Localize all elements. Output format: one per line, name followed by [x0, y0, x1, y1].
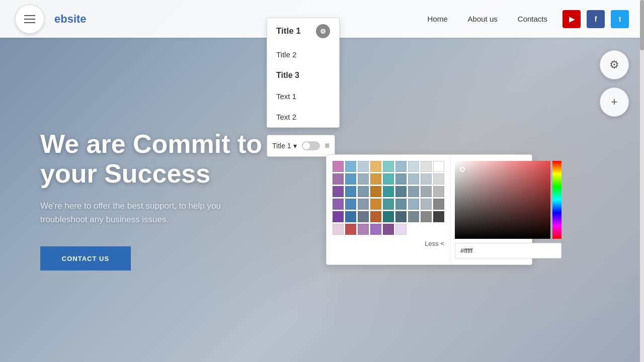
swatch-pink[interactable]: [333, 161, 344, 172]
hamburger-line-3: [24, 22, 35, 23]
dropdown-item-title1[interactable]: Title 1 ⚙: [267, 18, 339, 44]
swatch-purple2[interactable]: [333, 186, 344, 197]
swatch-dark-purple2[interactable]: [383, 224, 394, 235]
swatch-blue2[interactable]: [345, 173, 356, 185]
hex-color-input[interactable]: [455, 243, 561, 258]
swatch-charcoal[interactable]: [421, 211, 432, 222]
swatch-teal2[interactable]: [383, 173, 394, 185]
color-swatches-section: Less <: [327, 155, 451, 264]
site-title: ebsite: [54, 13, 87, 26]
swatch-teal3[interactable]: [383, 186, 394, 197]
swatch-grid: [333, 161, 444, 235]
swatch-lightgray[interactable]: [421, 161, 432, 172]
gradient-hue-section: [451, 155, 566, 264]
dropdown-menu: Title 1 ⚙ Title 2 Title 3 Text 1 Text 2: [267, 18, 340, 128]
dropdown-text2-label: Text 2: [276, 113, 296, 121]
swatch-teal[interactable]: [383, 161, 394, 172]
swatch-blue3[interactable]: [345, 186, 356, 197]
swatch-lavender[interactable]: [370, 224, 381, 235]
swatch-near-black[interactable]: [433, 211, 444, 222]
main-nav: Home About us Contacts: [428, 15, 547, 23]
color-panel: Less <: [326, 154, 532, 265]
nav-home[interactable]: Home: [428, 15, 448, 23]
add-button[interactable]: +: [600, 87, 629, 117]
hero-subtitle: We're here to offer the best support, to…: [40, 199, 262, 226]
color-main-section: Less <: [327, 155, 532, 264]
hamburger-line-2: [24, 19, 35, 20]
swatch-slate[interactable]: [395, 173, 407, 185]
selected-style-label: Title 1: [272, 142, 291, 150]
hex-input-wrapper: [455, 239, 561, 258]
swatch-dark-brown[interactable]: [370, 211, 381, 222]
toggle-knob: [303, 142, 310, 149]
swatch-darkest-teal[interactable]: [383, 211, 394, 222]
align-icon[interactable]: ≡: [325, 141, 330, 150]
swatch-slate2[interactable]: [395, 186, 407, 197]
swatch-amber[interactable]: [370, 173, 381, 185]
dropdown-title1-label: Title 1: [276, 26, 301, 36]
swatch-gray4[interactable]: [421, 199, 432, 210]
swatch-white[interactable]: [433, 161, 444, 172]
nav-about[interactable]: About us: [468, 15, 498, 23]
swatch-red[interactable]: [345, 224, 356, 235]
swatch-dark-teal[interactable]: [383, 199, 394, 210]
swatch-pale[interactable]: [408, 161, 419, 172]
hamburger-line-1: [24, 15, 35, 16]
toggle-switch[interactable]: [302, 141, 320, 150]
less-button[interactable]: Less <: [333, 237, 444, 247]
twitter-icon[interactable]: t: [611, 10, 629, 28]
title1-gear-icon[interactable]: ⚙: [316, 24, 330, 38]
swatch-gold[interactable]: [370, 186, 381, 197]
settings-button[interactable]: ⚙: [600, 50, 629, 79]
social-icons: ▶ f t: [562, 10, 629, 28]
swatch-orange[interactable]: [370, 161, 381, 172]
swatch-gray-blue2[interactable]: [358, 173, 369, 185]
swatch-brown[interactable]: [370, 199, 381, 210]
dropdown-title2-label: Title 2: [276, 50, 296, 59]
swatch-dark-blue[interactable]: [345, 211, 356, 222]
swatch-darkest-slate[interactable]: [395, 211, 407, 222]
swatch-lightblue[interactable]: [345, 161, 356, 172]
swatch-gray2[interactable]: [433, 173, 444, 185]
dropdown-text1-label: Text 1: [276, 92, 296, 101]
gradient-picker[interactable]: [455, 161, 550, 239]
youtube-icon[interactable]: ▶: [562, 10, 581, 28]
facebook-icon[interactable]: f: [587, 10, 605, 28]
swatch-empty1: [408, 224, 419, 235]
text-toolbar: Title 1 ▾ ≡: [267, 135, 335, 157]
swatch-medium-gray-blue[interactable]: [358, 199, 369, 210]
swatch-steel[interactable]: [395, 161, 407, 172]
swatch-violet[interactable]: [333, 199, 344, 210]
swatch-steel3[interactable]: [408, 199, 419, 210]
swatch-purple[interactable]: [333, 173, 344, 185]
gradient-picker-dot: [460, 167, 465, 172]
dropdown-item-text2[interactable]: Text 2: [267, 107, 339, 127]
swatch-pale2[interactable]: [408, 173, 419, 185]
swatch-silver[interactable]: [421, 173, 432, 185]
scrollbar-thumb[interactable]: [640, 0, 644, 50]
swatch-dark-gray[interactable]: [433, 199, 444, 210]
swatch-blue4[interactable]: [345, 199, 356, 210]
style-selector[interactable]: Title 1 ▾: [272, 142, 297, 150]
dropdown-item-title2[interactable]: Title 2: [267, 44, 339, 65]
swatch-mauve[interactable]: [358, 224, 369, 235]
swatch-pale-lavender[interactable]: [395, 224, 407, 235]
hue-bar[interactable]: [552, 161, 561, 239]
swatch-dark-steel[interactable]: [408, 211, 419, 222]
dropdown-item-title3[interactable]: Title 3: [267, 65, 339, 86]
swatch-steel2[interactable]: [408, 186, 419, 197]
swatch-dark-purple[interactable]: [333, 211, 344, 222]
dropdown-item-text1[interactable]: Text 1: [267, 86, 339, 107]
swatch-mid-gray[interactable]: [421, 186, 432, 197]
float-buttons: ⚙ +: [600, 50, 629, 117]
hamburger-button[interactable]: [15, 5, 44, 34]
swatch-dark-slate[interactable]: [395, 199, 407, 210]
nav-contacts[interactable]: Contacts: [518, 15, 547, 23]
swatch-gray3[interactable]: [433, 186, 444, 197]
swatch-blush[interactable]: [333, 224, 344, 235]
swatch-dark-slate2[interactable]: [358, 211, 369, 222]
swatch-lightgray-blue[interactable]: [358, 161, 369, 172]
contact-us-button[interactable]: CONTACT US: [40, 246, 131, 270]
swatch-gray-blue3[interactable]: [358, 186, 369, 197]
scrollbar-track[interactable]: [640, 0, 644, 362]
